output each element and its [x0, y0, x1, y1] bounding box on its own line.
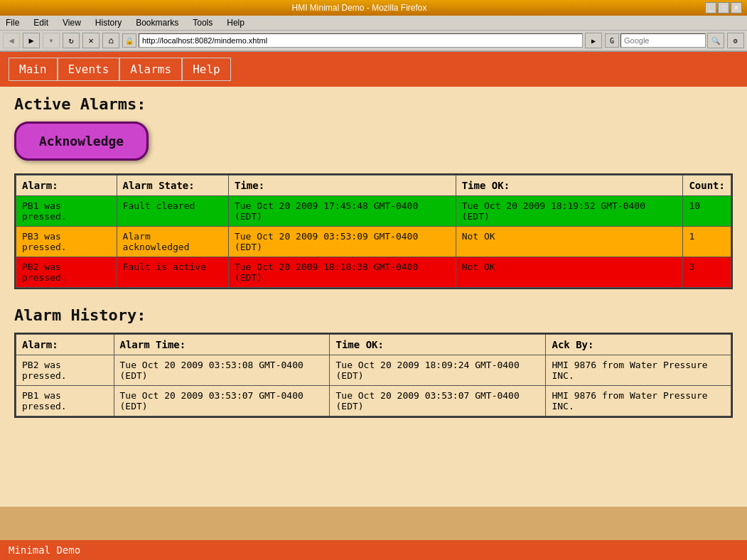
hist-col-ack-by: Ack By:	[546, 335, 731, 355]
forward-button[interactable]: ▶	[23, 33, 40, 48]
maximize-button[interactable]: □	[718, 2, 729, 14]
alarm-history-table: Alarm: Alarm Time: Time OK: Ack By: PB2 …	[16, 334, 731, 416]
forward-button-2[interactable]: ▼	[43, 33, 60, 48]
active-alarm-state-1: Alarm acknowledged	[117, 227, 228, 257]
hist-col-alarm-time: Alarm Time:	[114, 335, 330, 355]
menu-tools[interactable]: Tools	[190, 17, 215, 28]
hist-ack-by-0: HMI 9876 from Water Pressure INC.	[546, 355, 731, 386]
history-alarm-row: PB1 was pressed. Tue Oct 20 2009 03:53:0…	[16, 386, 731, 416]
hist-time-ok-1: Tue Oct 20 2009 03:53:07 GMT-0400 (EDT)	[330, 386, 546, 416]
active-alarm-count-0: 10	[683, 196, 731, 227]
active-alarm-count-1: 1	[683, 227, 731, 257]
go-button[interactable]: ▶	[585, 33, 602, 48]
active-alarms-header-row: Alarm: Alarm State: Time: Time OK: Count…	[16, 176, 731, 196]
menu-history[interactable]: History	[92, 17, 124, 28]
title-bar: HMI Minimal Demo - Mozilla Firefox _ □ ✕	[0, 0, 747, 16]
active-alarms-title: Active Alarms:	[14, 95, 733, 113]
active-alarm-time-0: Tue Oct 20 2009 17:45:48 GMT-0400 (EDT)	[228, 196, 456, 227]
reload-button[interactable]: ↻	[63, 33, 80, 48]
hist-col-alarm: Alarm:	[16, 335, 114, 355]
hist-alarm-name-0: PB2 was pressed.	[16, 355, 114, 386]
active-alarm-time-ok-1: Not OK	[456, 227, 683, 257]
col-time-ok: Time OK:	[456, 176, 683, 196]
menu-edit[interactable]: Edit	[31, 17, 51, 28]
col-alarm: Alarm:	[16, 176, 117, 196]
toolbar: ◀ ▶ ▼ ↻ ✕ ⌂ 🔒 ▶ G 🔍 ⚙	[0, 31, 747, 51]
col-count: Count:	[683, 176, 731, 196]
tools-icon[interactable]: ⚙	[727, 33, 744, 48]
active-alarm-time-1: Tue Oct 20 2009 03:53:09 GMT-0400 (EDT)	[228, 227, 456, 257]
active-alarms-table: Alarm: Alarm State: Time: Time OK: Count…	[16, 175, 731, 288]
nav-alarms[interactable]: Alarms	[119, 58, 182, 81]
hist-alarm-time-0: Tue Oct 20 2009 03:53:08 GMT-0400 (EDT)	[114, 355, 330, 386]
alarm-history-header-row: Alarm: Alarm Time: Time OK: Ack By:	[16, 335, 731, 355]
search-bar: G 🔍	[605, 33, 724, 48]
menu-file[interactable]: File	[3, 17, 22, 28]
hist-alarm-time-1: Tue Oct 20 2009 03:53:07 GMT-0400 (EDT)	[114, 386, 330, 416]
active-alarm-name-2: PB2 was pressed.	[16, 257, 117, 288]
home-button[interactable]: ⌂	[102, 33, 119, 48]
browser-title: HMI Minimal Demo - Mozilla Firefox	[14, 3, 705, 13]
close-button[interactable]: ✕	[731, 2, 742, 14]
nav-bar: Main Events Alarms Help	[0, 52, 747, 87]
page-content: Main Events Alarms Help Active Alarms: A…	[0, 52, 747, 507]
active-alarm-name-1: PB3 was pressed.	[16, 227, 117, 257]
active-alarm-name-0: PB1 was pressed.	[16, 196, 117, 227]
active-alarm-count-2: 3	[683, 257, 731, 288]
hist-col-time-ok: Time OK:	[330, 335, 546, 355]
nav-events[interactable]: Events	[58, 58, 120, 81]
active-alarm-state-0: Fault cleared	[117, 196, 228, 227]
browser-chrome: HMI Minimal Demo - Mozilla Firefox _ □ ✕…	[0, 0, 747, 52]
acknowledge-button[interactable]: Acknowledge	[14, 122, 149, 161]
alarm-history-table-container: Alarm: Alarm Time: Time OK: Ack By: PB2 …	[14, 333, 733, 418]
hist-ack-by-1: HMI 9876 from Water Pressure INC.	[546, 386, 731, 416]
search-input[interactable]	[620, 33, 706, 48]
active-alarm-row: PB2 was pressed. Fault is active Tue Oct…	[16, 257, 731, 288]
hist-time-ok-0: Tue Oct 20 2009 18:09:24 GMT-0400 (EDT)	[330, 355, 546, 386]
menu-view[interactable]: View	[60, 17, 84, 28]
menu-bar: File Edit View History Bookmarks Tools H…	[0, 16, 747, 31]
address-bar: 🔒 ▶	[122, 33, 602, 48]
stop-button[interactable]: ✕	[82, 33, 100, 48]
menu-bookmarks[interactable]: Bookmarks	[133, 17, 181, 28]
hist-alarm-name-1: PB1 was pressed.	[16, 386, 114, 416]
nav-main[interactable]: Main	[9, 58, 58, 81]
address-input[interactable]	[139, 33, 583, 48]
active-alarm-time-ok-0: Tue Oct 20 2009 18:19:52 GMT-0400 (EDT)	[456, 196, 683, 227]
menu-help[interactable]: Help	[224, 17, 247, 28]
ssl-icon: 🔒	[122, 33, 136, 48]
main-content: Active Alarms: Acknowledge Alarm: Alarm …	[0, 87, 747, 443]
minimize-button[interactable]: _	[705, 2, 716, 14]
active-alarm-state-2: Fault is active	[117, 257, 228, 288]
col-time: Time:	[228, 176, 456, 196]
history-alarm-row: PB2 was pressed. Tue Oct 20 2009 03:53:0…	[16, 355, 731, 386]
nav-help[interactable]: Help	[182, 58, 231, 81]
search-go-button[interactable]: 🔍	[707, 33, 724, 48]
active-alarm-row: PB1 was pressed. Fault cleared Tue Oct 2…	[16, 196, 731, 227]
active-alarms-table-container: Alarm: Alarm State: Time: Time OK: Count…	[14, 173, 733, 289]
window-controls[interactable]: _ □ ✕	[705, 2, 742, 14]
col-alarm-state: Alarm State:	[117, 176, 228, 196]
active-alarm-time-2: Tue Oct 20 2009 18:18:38 GMT-0400 (EDT)	[228, 257, 456, 288]
search-engine-icon: G	[605, 33, 619, 48]
alarm-history-title: Alarm History:	[14, 306, 733, 324]
active-alarm-time-ok-2: Not OK	[456, 257, 683, 288]
back-button[interactable]: ◀	[3, 33, 20, 48]
active-alarm-row: PB3 was pressed. Alarm acknowledged Tue …	[16, 227, 731, 257]
ack-button-wrap: Acknowledge	[14, 122, 733, 161]
